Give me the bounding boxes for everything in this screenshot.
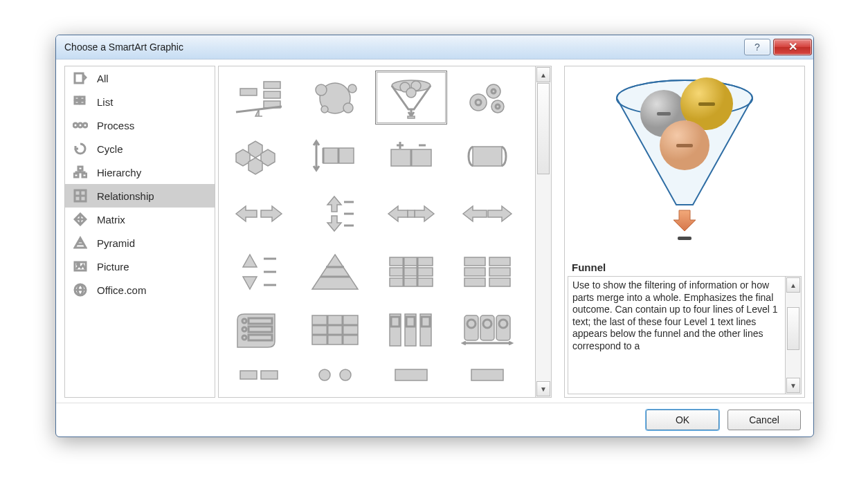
svg-rect-95 <box>676 144 693 147</box>
scroll-down-button[interactable]: ▼ <box>536 381 550 396</box>
gallery-item-diverging-arrows[interactable] <box>299 187 371 241</box>
svg-rect-86 <box>395 369 427 380</box>
scroll-thumb[interactable] <box>787 307 799 350</box>
svg-rect-58 <box>464 268 485 276</box>
category-cycle[interactable]: Cycle <box>65 137 215 160</box>
gallery-item-counterbalance-arrows[interactable] <box>375 187 447 241</box>
svg-marker-45 <box>327 216 341 231</box>
ok-button[interactable]: OK <box>646 410 719 430</box>
svg-rect-4 <box>80 101 84 104</box>
svg-rect-0 <box>75 73 83 83</box>
category-pyramid[interactable]: Pyramid <box>65 231 215 255</box>
category-officecom[interactable]: Office.com <box>65 278 215 302</box>
relationship-icon <box>72 187 89 204</box>
gallery-item-opposing-arrows[interactable] <box>223 187 295 241</box>
smartart-dialog: Choose a SmartArt Graphic ? ✕ All List <box>55 35 814 437</box>
preview-title: Funnel <box>565 260 804 276</box>
svg-point-84 <box>319 369 330 380</box>
category-label: Cycle <box>97 143 123 155</box>
gallery-item-balance[interactable] <box>223 71 295 125</box>
scroll-down-button[interactable]: ▼ <box>786 378 800 393</box>
svg-rect-9 <box>74 174 78 177</box>
svg-rect-16 <box>264 91 280 98</box>
category-label: Relationship <box>97 190 154 202</box>
category-hierarchy[interactable]: Hierarchy <box>65 160 215 184</box>
svg-rect-59 <box>464 278 485 286</box>
gallery-item-hexagon-cluster[interactable] <box>223 129 295 183</box>
gallery-item-arrow-ribbon[interactable] <box>451 187 523 241</box>
close-button[interactable]: ✕ <box>773 39 812 55</box>
category-label: Matrix <box>97 214 125 226</box>
gallery-item-linear-venn[interactable] <box>451 303 523 357</box>
gallery-scrollbar[interactable]: ▲ ▼ <box>535 66 551 397</box>
gallery-item-vertical-box-list[interactable] <box>375 303 447 357</box>
scroll-track[interactable] <box>537 83 550 380</box>
help-icon: ? <box>754 35 760 59</box>
category-label: Picture <box>97 261 129 273</box>
gallery-item-circle-relationship[interactable] <box>299 71 371 125</box>
category-relationship[interactable]: Relationship <box>65 184 215 208</box>
gallery-item-plus-minus[interactable] <box>375 129 447 183</box>
preview-description: Use to show the filtering of information… <box>572 279 781 391</box>
category-list[interactable]: List <box>65 90 215 113</box>
scroll-up-button[interactable]: ▲ <box>786 277 800 293</box>
svg-point-85 <box>340 369 351 380</box>
gallery-item-basic-target[interactable] <box>299 361 371 397</box>
svg-point-7 <box>83 123 87 127</box>
description-scrollbar[interactable]: ▲ ▼ <box>785 277 801 394</box>
gallery-item-opposing-ideas[interactable] <box>451 129 523 183</box>
svg-rect-8 <box>78 167 82 170</box>
category-all[interactable]: All <box>65 66 215 90</box>
gallery-item-segmented-process[interactable] <box>375 245 447 299</box>
svg-point-29 <box>470 94 487 111</box>
gallery-item-grouped-list[interactable] <box>451 245 523 299</box>
svg-rect-93 <box>698 102 715 106</box>
gallery-item-segmented-pyramid[interactable] <box>223 361 295 397</box>
scroll-track[interactable] <box>787 293 799 377</box>
gallery-item-stacked-venn[interactable] <box>223 245 295 299</box>
svg-marker-47 <box>415 206 434 221</box>
gallery-item-funnel[interactable] <box>375 71 447 125</box>
svg-marker-42 <box>236 206 257 221</box>
gallery-item-basic-pyramid[interactable] <box>299 245 371 299</box>
svg-marker-50 <box>488 206 512 221</box>
scroll-up-button[interactable]: ▲ <box>536 67 550 82</box>
svg-rect-96 <box>678 237 691 240</box>
dialog-title: Choose a SmartArt Graphic <box>64 35 741 59</box>
dialog-titlebar: Choose a SmartArt Graphic ? ✕ <box>56 35 813 59</box>
gallery-panel: ▲ ▼ <box>218 66 552 398</box>
gallery-item-gears[interactable] <box>451 71 523 125</box>
svg-marker-35 <box>248 141 262 158</box>
svg-rect-10 <box>82 174 87 177</box>
category-process[interactable]: Process <box>65 113 215 137</box>
preview-description-box: Use to show the filtering of information… <box>568 276 802 394</box>
svg-rect-82 <box>240 371 257 379</box>
category-picture[interactable]: Picture <box>65 255 215 278</box>
gallery-item-radial-list[interactable] <box>223 303 295 357</box>
svg-marker-44 <box>327 196 341 212</box>
svg-rect-57 <box>464 257 485 266</box>
svg-rect-28 <box>408 116 415 118</box>
scroll-thumb[interactable] <box>537 83 550 174</box>
svg-marker-52 <box>243 277 257 289</box>
category-matrix[interactable]: Matrix <box>65 208 215 231</box>
gallery-item-nested-target[interactable] <box>375 361 447 397</box>
svg-point-22 <box>321 106 328 113</box>
svg-marker-46 <box>388 206 408 221</box>
svg-marker-49 <box>463 206 487 221</box>
svg-point-13 <box>78 264 80 266</box>
svg-rect-15 <box>264 82 280 89</box>
help-button[interactable]: ? <box>744 39 770 55</box>
svg-rect-18 <box>240 89 257 95</box>
gallery-item-table-list[interactable] <box>299 303 371 357</box>
category-label: Hierarchy <box>97 167 141 178</box>
all-icon <box>72 70 89 86</box>
pyramid-icon <box>72 235 89 251</box>
cancel-button[interactable]: Cancel <box>727 410 801 430</box>
hierarchy-icon <box>72 164 89 181</box>
process-icon <box>72 117 89 134</box>
svg-point-5 <box>73 123 78 127</box>
preview-panel: Funnel Use to show the filtering of info… <box>564 66 805 398</box>
gallery-item-continuous-picture[interactable] <box>451 361 523 397</box>
gallery-item-converging-arrows[interactable] <box>299 129 371 183</box>
